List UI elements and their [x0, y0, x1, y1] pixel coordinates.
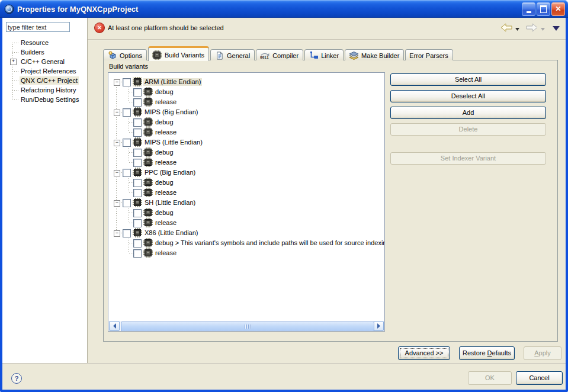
variant-label[interactable]: PPC (Big Endian) [143, 169, 197, 176]
close-button[interactable]: ✕ [551, 2, 565, 16]
variant-label[interactable]: MIPS (Big Endian) [143, 108, 199, 116]
scrollbar-thumb[interactable] [121, 322, 374, 332]
chip-icon [133, 107, 142, 117]
variant-label[interactable]: ARM (Little Endian) [143, 78, 202, 86]
checkbox[interactable] [123, 229, 131, 237]
checkbox[interactable] [133, 149, 142, 157]
tree-connector-line [129, 182, 133, 183]
variant-label[interactable]: debug [154, 149, 175, 156]
add-button[interactable]: Add [390, 107, 546, 119]
tree-connector-line [129, 192, 133, 193]
back-button[interactable] [500, 23, 512, 33]
variant-label[interactable]: MIPS (Little Endian) [143, 139, 204, 146]
tab-error-parsers[interactable]: Error Parsers [405, 49, 453, 60]
tab-make-builder[interactable]: Make Builder [345, 49, 404, 60]
maximize-button[interactable] [537, 2, 550, 16]
tab-label: Build Variants [165, 52, 204, 59]
chip-icon [143, 248, 153, 258]
tree-row: −ARM (Little Endian) [108, 77, 384, 87]
collapse-icon[interactable]: − [114, 230, 120, 237]
checkbox[interactable] [133, 209, 142, 217]
checkbox[interactable] [123, 78, 131, 86]
delete-button: Delete [390, 123, 546, 136]
advanced-button[interactable]: Advanced >> [398, 346, 450, 360]
checkbox[interactable] [133, 159, 142, 167]
collapse-icon[interactable]: − [114, 200, 120, 207]
sidebar-item-label: Run/Debug Settings [20, 95, 80, 104]
chip-icon [143, 87, 153, 97]
checkbox[interactable] [123, 108, 131, 117]
checkbox[interactable] [133, 189, 142, 197]
tab-label: Linker [321, 52, 339, 59]
variant-label[interactable]: release [154, 189, 178, 197]
tab-options[interactable]: Options [103, 49, 147, 60]
collapse-icon[interactable]: − [114, 140, 120, 146]
variant-label[interactable]: release [154, 98, 178, 106]
sidebar-tree: ResourceBuilders+C/C++ GeneralProject Re… [2, 38, 87, 121]
scrollbar-track[interactable] [120, 322, 373, 330]
tab-linker[interactable]: Linker [304, 49, 344, 60]
tab-bar: OptionsBuild VariantsGeneral0011Compiler… [103, 47, 454, 60]
view-menu-button[interactable] [553, 25, 560, 32]
checkbox[interactable] [133, 219, 142, 227]
sidebar-item-qnx-c-c-project[interactable]: QNX C/C++ Project [2, 76, 87, 85]
variant-label[interactable]: release [154, 219, 178, 227]
variant-label[interactable]: debug [154, 209, 175, 217]
select-all-button[interactable]: Select All [390, 73, 546, 86]
forward-button[interactable] [526, 23, 538, 33]
variant-label[interactable]: debug [154, 179, 175, 187]
sidebar-item-c-c-general[interactable]: +C/C++ General [2, 57, 87, 66]
sidebar-item-resource[interactable]: Resource [2, 38, 87, 47]
variant-label[interactable]: debug > This variant's symbols and inclu… [154, 239, 384, 247]
collapse-icon[interactable]: − [114, 170, 120, 176]
variant-label[interactable]: release [154, 249, 178, 257]
horizontal-scrollbar[interactable] [108, 321, 384, 331]
checkbox[interactable] [133, 88, 142, 97]
tab-build-variants[interactable]: Build Variants [148, 46, 209, 61]
restore-defaults-button[interactable]: Restore Defaults [459, 346, 515, 360]
titlebar[interactable]: Properties for MyQNXCppProject ✕ [0, 0, 568, 18]
chip-icon [143, 238, 153, 248]
checkbox[interactable] [133, 239, 142, 248]
checkbox[interactable] [123, 199, 131, 207]
collapse-icon[interactable]: − [114, 110, 120, 116]
checkbox[interactable] [123, 169, 131, 177]
variant-label[interactable]: SH (Little Endian) [143, 199, 197, 207]
variant-label[interactable]: debug [154, 118, 175, 126]
sidebar-item-run-debug-settings[interactable]: Run/Debug Settings [2, 95, 87, 104]
tree-connector-line [12, 43, 18, 43]
navigation-controls [500, 23, 560, 33]
scroll-right-button[interactable] [373, 321, 384, 331]
checkbox[interactable] [133, 179, 142, 187]
back-dropdown-icon[interactable] [515, 25, 519, 32]
filter-input[interactable] [6, 22, 70, 32]
document-icon [214, 51, 224, 60]
sidebar-item-project-references[interactable]: Project References [2, 66, 87, 76]
tab-compiler[interactable]: 0011Compiler [256, 49, 303, 60]
checkbox[interactable] [133, 128, 142, 137]
bottom-bar: ? OK Cancel [2, 363, 566, 390]
properties-dialog: Properties for MyQNXCppProject ✕ Resourc… [0, 0, 568, 392]
tab-general[interactable]: General [210, 49, 255, 60]
help-button[interactable]: ? [11, 373, 22, 384]
sidebar-item-builders[interactable]: Builders [2, 47, 87, 57]
expand-icon[interactable]: + [10, 59, 17, 65]
tree-connector-line [12, 81, 18, 81]
collapse-icon[interactable]: − [114, 79, 120, 86]
close-icon: ✕ [555, 5, 561, 12]
checkbox[interactable] [133, 98, 142, 107]
variant-label[interactable]: debug [154, 88, 175, 96]
forward-dropdown-icon[interactable] [541, 25, 545, 32]
deselect-all-button[interactable]: Deselect All [390, 90, 546, 102]
variant-label[interactable]: release [154, 128, 178, 136]
scroll-left-button[interactable] [109, 321, 120, 331]
checkbox[interactable] [133, 118, 142, 127]
tab-label: Compiler [272, 52, 299, 59]
variant-label[interactable]: X86 (Little Endian) [143, 229, 200, 237]
sidebar-item-refactoring-history[interactable]: Refactoring History [2, 85, 87, 95]
minimize-button[interactable] [522, 2, 535, 16]
checkbox[interactable] [133, 249, 142, 258]
checkbox[interactable] [123, 139, 131, 147]
cancel-button[interactable]: Cancel [516, 371, 563, 385]
variant-label[interactable]: release [154, 159, 178, 166]
